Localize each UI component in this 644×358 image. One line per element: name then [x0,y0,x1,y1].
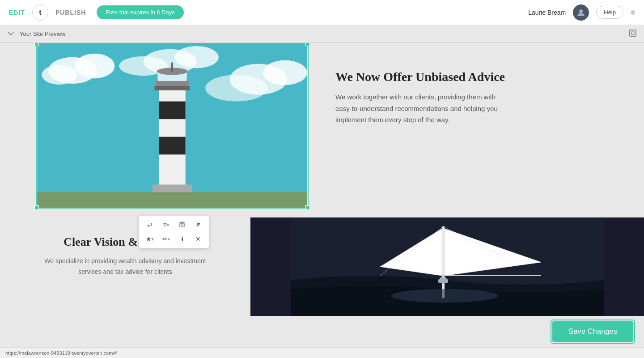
element-toolbar: ⇄ ≡▾ ★▾ ✏▾ ℹ ✕ [139,215,209,248]
publish-button[interactable]: PUBLISH [55,9,86,16]
handle-tr [305,43,310,46]
preview-label: Your Site Preview [20,30,65,37]
hero-text: We Now Offer Unbiased Advice We work tog… [335,43,608,126]
username-label: Laurie Bream [528,9,566,16]
lower-section: Clear Vision & Direction We specialize i… [0,217,644,316]
topbar-right: Laurie Bream Help [528,4,635,21]
sailboat-image [250,217,644,316]
svg-point-12 [263,60,307,85]
lower-text-section: Clear Vision & Direction We specialize i… [0,217,250,316]
edit-button[interactable]: EDIT [9,9,25,16]
lighthouse-image[interactable] [36,43,309,209]
site-preview: We Now Offer Unbiased Advice We work tog… [0,43,644,358]
toolbar-link-btn[interactable] [191,218,205,231]
canvas: We Now Offer Unbiased Advice We work tog… [0,43,644,358]
toolbar-edit-btn[interactable]: ✏▾ [159,233,173,245]
statusbar-url: https://melawrenson-9493119.twentyoverte… [5,350,117,356]
toolbar-align-btn[interactable]: ≡▾ [159,218,173,231]
svg-point-34 [391,289,498,303]
svg-rect-36 [438,279,448,283]
collapse-icon[interactable] [7,30,14,38]
svg-point-9 [174,46,219,68]
hero-description: We work together with our clients, provi… [335,91,505,126]
help-button[interactable]: Help [596,6,623,19]
preview-bar: Your Site Preview [0,25,644,43]
svg-rect-16 [159,137,185,155]
handle-br [305,205,310,210]
svg-point-13 [205,75,267,101]
handle-tl [34,43,39,46]
hero-title: We Now Offer Unbiased Advice [335,70,608,84]
svg-rect-21 [171,63,173,72]
toolbar-close-btn[interactable]: ✕ [191,233,205,245]
status-dot [631,10,635,15]
toolbar-info-btn[interactable]: ℹ [175,233,189,245]
toolbar-delete-btn[interactable] [175,218,189,231]
trial-banner[interactable]: Free trial expires in 6 Days [97,5,184,19]
handle-bl [34,205,39,210]
svg-rect-30 [442,226,445,298]
svg-line-2 [11,32,13,35]
svg-point-7 [42,65,77,85]
svg-point-6 [75,54,114,78]
svg-rect-23 [37,192,307,208]
svg-rect-3 [630,30,636,36]
toolbar-star-btn[interactable]: ★▾ [143,233,157,245]
svg-rect-26 [181,222,183,223]
topbar: EDIT t PUBLISH Free trial expires in 6 D… [0,0,644,25]
save-changes-wrapper: Save Changes [551,320,635,344]
lower-description: We specialize in providing wealth adviso… [36,256,215,277]
svg-rect-15 [159,102,185,119]
hero-section: We Now Offer Unbiased Advice We work tog… [0,43,644,209]
svg-rect-24 [180,223,184,227]
svg-rect-18 [154,86,190,90]
logo: t [32,4,48,21]
toolbar-reorder-btn[interactable]: ⇄ [143,218,157,231]
svg-line-1 [8,32,11,35]
statusbar: https://melawrenson-9493119.twentyoverte… [0,347,644,358]
save-changes-button[interactable]: Save Changes [552,321,633,342]
expand-icon[interactable] [629,29,637,39]
svg-point-0 [579,9,583,13]
avatar[interactable] [573,4,589,21]
